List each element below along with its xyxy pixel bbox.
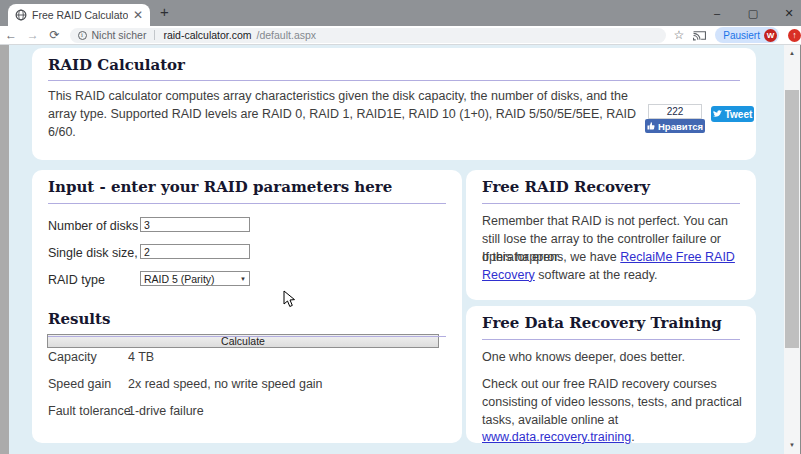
window-maximize-button[interactable]: ▢	[747, 7, 759, 20]
thumbs-up-icon	[647, 122, 655, 130]
scroll-down-icon[interactable]: ▼	[784, 438, 800, 453]
fault-tolerance-value: 1-drive failure	[128, 404, 204, 418]
scroll-up-icon[interactable]: ▲	[784, 46, 800, 61]
new-tab-button[interactable]: +	[160, 3, 169, 20]
single-disk-size-input[interactable]	[140, 244, 250, 259]
training-section-title: Free Data Recovery Training	[482, 314, 722, 332]
speed-gain-value: 2x read speed, no write speed gain	[128, 377, 323, 391]
twitter-bird-icon	[713, 110, 722, 118]
input-section-title: Input - enter your RAID parameters here	[48, 178, 392, 196]
input-card: Input - enter your RAID parameters here …	[32, 170, 462, 443]
facebook-like-widget: 222 Нравится	[645, 104, 705, 133]
divider	[482, 339, 740, 340]
address-domain: raid-calculator.com	[163, 29, 251, 41]
intro-card: RAID Calculator This RAID calculator com…	[32, 48, 756, 160]
tab-close-icon[interactable]: ✕	[133, 9, 143, 21]
window-minimize-button[interactable]: –	[711, 7, 723, 19]
recovery-p2-text: If this happens, we have	[482, 250, 620, 264]
like-button-label: Нравится	[658, 121, 703, 132]
tab-title: Free RAID Calculator - Caclulate	[32, 9, 128, 21]
like-count: 222	[648, 104, 702, 119]
intro-description: This RAID calculator computes array char…	[48, 88, 640, 141]
recovery-section-title: Free RAID Recovery	[482, 178, 650, 196]
training-card: Free Data Recovery Training One who know…	[466, 306, 756, 443]
browser-window: Free RAID Calculator - Caclulate ✕ + – ▢…	[0, 0, 801, 454]
browser-toolbar: ← → ⟳ i Nicht sicher raid-calculator.com…	[0, 26, 801, 45]
bookmark-star-icon[interactable]: ☆	[674, 28, 685, 42]
raid-type-select[interactable]: RAID 5 (Parity) ▼	[140, 271, 250, 286]
recovery-paragraph-2: If this happens, we have ReclaiMe Free R…	[482, 249, 744, 285]
address-path: /default.aspx	[257, 29, 317, 41]
number-of-disks-label: Number of disks	[48, 219, 138, 233]
training-p2-text-after: .	[631, 430, 634, 444]
training-paragraph-1: One who knows deeper, does better.	[482, 349, 744, 367]
training-p2-text: Check out our free RAID recovery courses…	[482, 377, 742, 427]
divider	[48, 336, 446, 337]
left-gutter	[0, 45, 9, 454]
sync-paused-label: Pausiert	[723, 30, 760, 41]
like-button[interactable]: Нравится	[645, 119, 705, 133]
number-of-disks-input[interactable]	[140, 217, 250, 232]
speed-gain-label: Speed gain	[48, 377, 111, 391]
capacity-label: Capacity	[48, 350, 97, 364]
capacity-value: 4 TB	[128, 350, 154, 364]
raid-type-selected-value: RAID 5 (Parity)	[144, 273, 215, 285]
tab-strip: Free RAID Calculator - Caclulate ✕ + – ▢…	[0, 0, 801, 26]
security-label: Nicht sicher	[92, 29, 147, 41]
results-section-title: Results	[48, 310, 110, 328]
training-link[interactable]: www.data.recovery.training	[482, 430, 631, 444]
sync-paused-button[interactable]: Pausiert W	[715, 27, 779, 43]
recovery-card: Free RAID Recovery Remember that RAID is…	[466, 170, 756, 300]
scrollbar-thumb[interactable]	[785, 90, 799, 348]
mouse-cursor	[283, 290, 297, 308]
forward-icon[interactable]: →	[22, 28, 44, 42]
divider	[48, 203, 446, 204]
tweet-button-label: Tweet	[725, 109, 753, 120]
profile-avatar[interactable]: W	[764, 29, 777, 42]
window-close-button[interactable]: ✕	[783, 7, 795, 20]
reload-icon[interactable]: ⟳	[44, 28, 66, 42]
cast-icon[interactable]	[693, 30, 706, 41]
divider	[482, 203, 740, 204]
browser-tab[interactable]: Free RAID Calculator - Caclulate ✕	[8, 4, 150, 26]
recovery-p2-text-after: software at the ready.	[535, 268, 658, 282]
address-separator	[154, 30, 155, 40]
chevron-down-icon: ▼	[240, 276, 246, 282]
page-content: RAID Calculator This RAID calculator com…	[0, 45, 801, 454]
address-bar[interactable]: i Nicht sicher raid-calculator.com/defau…	[70, 28, 666, 43]
globe-favicon-icon	[15, 9, 27, 21]
info-icon[interactable]: i	[78, 31, 87, 40]
back-icon[interactable]: ←	[0, 28, 22, 42]
tweet-button[interactable]: Tweet	[711, 106, 754, 122]
training-paragraph-2: Check out our free RAID recovery courses…	[482, 376, 744, 447]
scrollbar[interactable]: ▲ ▼	[784, 45, 800, 454]
raid-type-label: RAID type	[48, 273, 105, 287]
fault-tolerance-label: Fault tolerance	[48, 404, 131, 418]
divider	[48, 80, 740, 81]
browser-menu-update-icon[interactable]: ↑	[788, 29, 801, 42]
page-title: RAID Calculator	[48, 56, 185, 74]
